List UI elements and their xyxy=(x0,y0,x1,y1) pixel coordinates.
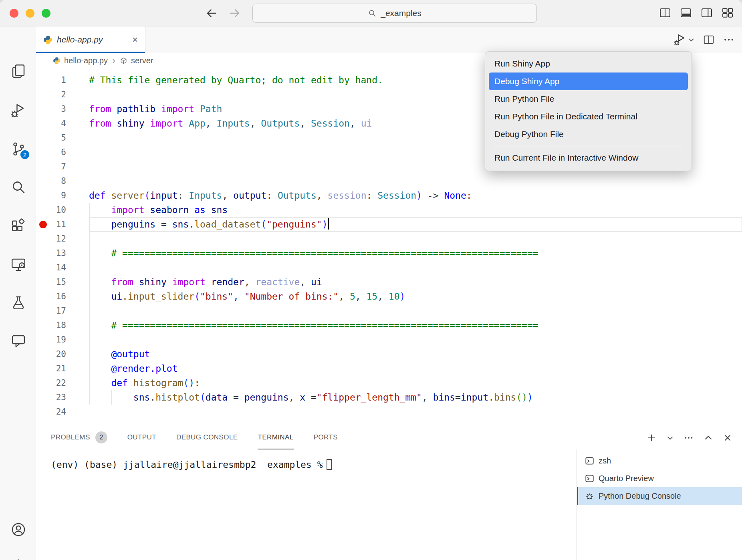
zoom-window-button[interactable] xyxy=(42,9,50,18)
toggle-secondary-sidebar-icon[interactable] xyxy=(700,6,713,19)
terminal-list-item-quarto-preview[interactable]: Quarto Preview xyxy=(577,469,742,487)
titlebar: _examples xyxy=(0,0,742,26)
line-number[interactable]: 8 xyxy=(36,174,89,188)
code-line[interactable]: 22 def histogram(): xyxy=(36,376,742,390)
bottom-panel: PROBLEMS2OUTPUTDEBUG CONSOLETERMINALPORT… xyxy=(36,426,742,560)
line-number[interactable]: 14 xyxy=(36,260,89,275)
menu-item-run-python-file[interactable]: Run Python File xyxy=(489,90,688,108)
maximize-panel-icon[interactable] xyxy=(704,433,713,443)
code-line[interactable]: 11 penguins = sns.load_dataset("penguins… xyxy=(36,217,742,232)
line-number[interactable]: 17 xyxy=(36,304,89,318)
line-number[interactable]: 6 xyxy=(36,145,89,159)
breakpoint-dot[interactable] xyxy=(39,221,47,228)
terminal-output[interactable]: (env) (base) jjallaire@jjallairesmbp2 _e… xyxy=(36,449,577,560)
code-line[interactable]: 16 ui.input_slider("bins", "Number of bi… xyxy=(36,289,742,304)
code-line[interactable]: 24 xyxy=(36,405,742,419)
testing-icon[interactable] xyxy=(10,294,27,312)
python-file-icon xyxy=(53,57,60,64)
split-editor-icon[interactable] xyxy=(703,34,715,46)
run-dropdown-chevron-icon[interactable] xyxy=(688,36,695,43)
line-number[interactable]: 23 xyxy=(36,390,89,405)
chat-icon[interactable] xyxy=(10,332,27,350)
run-or-debug-button[interactable] xyxy=(673,33,695,46)
menu-item-run-python-file-in-dedicated-terminal[interactable]: Run Python File in Dedicated Terminal xyxy=(489,108,688,125)
menu-item-run-current-file-in-interactive-window[interactable]: Run Current File in Interactive Window xyxy=(489,149,688,167)
run-and-debug-icon[interactable] xyxy=(10,102,27,119)
titlebar-search[interactable]: _examples xyxy=(252,4,537,23)
code-line[interactable]: 12 xyxy=(36,232,742,246)
panel-tab-problems[interactable]: PROBLEMS2 xyxy=(51,426,107,449)
terminal-list-item-zsh[interactable]: zsh xyxy=(577,452,742,469)
navigate-forward-icon[interactable] xyxy=(228,5,241,21)
terminal-profile-chevron-icon[interactable] xyxy=(666,434,674,442)
toggle-primary-sidebar-icon[interactable] xyxy=(659,6,671,19)
line-number[interactable]: 4 xyxy=(36,116,89,131)
line-number[interactable]: 5 xyxy=(36,131,89,145)
code-line[interactable]: 17 xyxy=(36,304,742,318)
tab-hello-app-py[interactable]: hello-app.py × xyxy=(36,26,145,53)
new-terminal-icon[interactable] xyxy=(646,433,657,443)
panel-tab-debug-console[interactable]: DEBUG CONSOLE xyxy=(176,426,238,449)
code-line[interactable]: 13 # ===================================… xyxy=(36,246,742,260)
panel-more-actions-icon[interactable] xyxy=(684,433,694,443)
menu-item-run-shiny-app[interactable]: Run Shiny App xyxy=(489,55,688,73)
line-number[interactable]: 21 xyxy=(36,361,89,376)
remote-explorer-icon[interactable] xyxy=(10,256,27,273)
line-number[interactable]: 22 xyxy=(36,376,89,390)
line-number[interactable]: 12 xyxy=(36,232,89,246)
python-file-icon xyxy=(43,35,52,44)
line-number[interactable]: 10 xyxy=(36,203,89,217)
panel-tab-terminal[interactable]: TERMINAL xyxy=(258,426,293,449)
panel-tab-ports[interactable]: PORTS xyxy=(314,426,338,449)
menu-item-debug-python-file[interactable]: Debug Python File xyxy=(489,125,688,143)
panel-tab-label: DEBUG CONSOLE xyxy=(176,433,238,441)
toggle-panel-icon[interactable] xyxy=(679,6,692,19)
customize-layout-icon[interactable] xyxy=(721,6,734,19)
search-sidebar-icon[interactable] xyxy=(10,179,27,196)
code-line[interactable]: 15 from shiny import render, reactive, u… xyxy=(36,275,742,289)
line-number[interactable]: 13 xyxy=(36,246,89,260)
line-number[interactable]: 9 xyxy=(36,188,89,203)
source-control-icon[interactable]: 2 xyxy=(10,140,27,158)
line-number[interactable]: 15 xyxy=(36,275,89,289)
code-line[interactable]: 10 import seaborn as sns xyxy=(36,203,742,217)
code-line[interactable]: 9def server(input: Inputs, output: Outpu… xyxy=(36,188,742,203)
code-line[interactable]: 18 # ===================================… xyxy=(36,318,742,332)
code-line[interactable]: 23 sns.histplot(data = penguins, x ="fli… xyxy=(36,390,742,405)
line-number[interactable]: 7 xyxy=(36,159,89,174)
accounts-icon[interactable] xyxy=(10,521,27,538)
panel-tab-output[interactable]: OUTPUT xyxy=(127,426,156,449)
line-number[interactable]: 3 xyxy=(36,102,89,116)
panel-tab-label: OUTPUT xyxy=(127,433,156,441)
line-number[interactable]: 18 xyxy=(36,318,89,332)
navigate-back-icon[interactable] xyxy=(205,5,218,21)
line-number[interactable]: 24 xyxy=(36,405,89,419)
line-number[interactable]: 2 xyxy=(36,87,89,102)
line-number[interactable]: 1 xyxy=(36,73,89,87)
editor-cursor xyxy=(328,218,329,230)
explorer-icon[interactable] xyxy=(10,62,27,80)
tab-close-icon[interactable]: × xyxy=(132,35,138,44)
breadcrumb-symbol[interactable]: server xyxy=(131,56,153,65)
extensions-icon[interactable] xyxy=(10,217,27,235)
code-line[interactable]: 8 xyxy=(36,174,742,188)
minimize-window-button[interactable] xyxy=(26,9,34,18)
code-line[interactable]: 14 xyxy=(36,260,742,275)
close-panel-icon[interactable] xyxy=(723,433,732,443)
line-number[interactable]: 20 xyxy=(36,347,89,361)
code-line[interactable]: 20 @output xyxy=(36,347,742,361)
panel-tabs: PROBLEMS2OUTPUTDEBUG CONSOLETERMINALPORT… xyxy=(51,426,338,449)
line-number[interactable]: 19 xyxy=(36,332,89,347)
panel-header: PROBLEMS2OUTPUTDEBUG CONSOLETERMINALPORT… xyxy=(36,426,742,449)
settings-gear-icon[interactable]: 1 xyxy=(10,558,27,560)
line-number[interactable]: 11 xyxy=(36,217,89,232)
run-menu: Run Shiny AppDebug Shiny AppRun Python F… xyxy=(485,51,692,171)
menu-item-debug-shiny-app[interactable]: Debug Shiny App xyxy=(489,73,688,90)
editor-more-actions-icon[interactable] xyxy=(723,34,735,46)
breadcrumb-file[interactable]: hello-app.py xyxy=(64,56,108,65)
terminal-list-item-python-debug-console[interactable]: Python Debug Console xyxy=(577,487,742,505)
code-line[interactable]: 19 xyxy=(36,332,742,347)
line-number[interactable]: 16 xyxy=(36,289,89,304)
code-line[interactable]: 21 @render.plot xyxy=(36,361,742,376)
close-window-button[interactable] xyxy=(10,9,18,18)
